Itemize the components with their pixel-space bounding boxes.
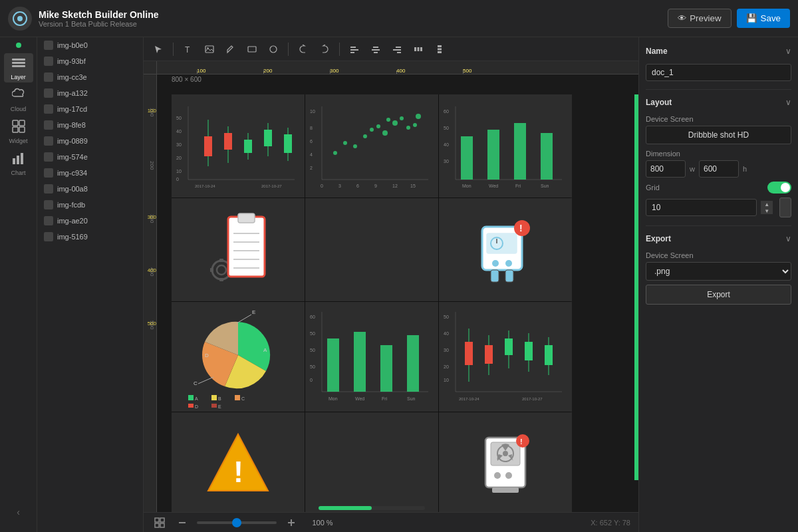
export-button[interactable]: Export [646, 285, 791, 305]
widget-label: Widget [9, 138, 27, 144]
height-input[interactable] [699, 160, 739, 178]
svg-point-67 [392, 120, 398, 126]
svg-rect-15 [248, 47, 256, 52]
canvas-cell-3-1[interactable]: E D A C A [172, 302, 305, 412]
grid-value-input[interactable] [646, 199, 757, 216]
sidebar-item-cloud[interactable]: Cloud [4, 85, 33, 114]
svg-rect-127 [188, 404, 194, 408]
layer-item-img-c934[interactable]: img-c934 [37, 165, 143, 181]
distribute-h-btn[interactable] [409, 40, 428, 59]
ellipse-tool[interactable] [264, 40, 283, 59]
svg-text:20: 20 [176, 156, 182, 160]
fit-screen-btn[interactable] [152, 515, 168, 531]
grid-color-swatch[interactable] [779, 198, 791, 217]
svg-point-60 [343, 141, 347, 145]
toolbar-divider [173, 43, 174, 56]
canvas-cell-2-2[interactable] [305, 198, 438, 301]
svg-point-71 [416, 114, 421, 119]
chart-bar-weekly-2: 60 50 50 50 0 [309, 305, 435, 408]
align-left-btn[interactable] [345, 40, 364, 59]
coordinates: X: 652 Y: 78 [591, 519, 630, 527]
layer-item-img-93bf[interactable]: img-93bf [37, 53, 143, 69]
chart-candlestick-2: 50 40 30 20 10 [442, 305, 569, 408]
canvas-wrapper[interactable]: 100 200 300 400 500 100 200 300 400 500 … [144, 61, 638, 512]
svg-text:Sun: Sun [407, 396, 416, 401]
distribute-v-btn[interactable] [430, 40, 449, 59]
canvas-cell-1-2[interactable]: 10 8 6 4 2 [305, 94, 438, 198]
align-right-btn[interactable] [388, 40, 406, 59]
sidebar-collapse-btn[interactable]: ‹ [4, 497, 33, 527]
svg-point-62 [363, 134, 367, 138]
layer-item-img-0889[interactable]: img-0889 [37, 133, 143, 149]
toolbar-divider-2 [288, 43, 289, 56]
canvas-cell-4-2[interactable] [305, 412, 438, 512]
svg-text:10: 10 [310, 109, 315, 114]
sidebar-item-chart[interactable]: Chart [4, 149, 33, 178]
canvas-cell-3-3[interactable]: 50 40 30 20 10 [439, 302, 572, 412]
export-section: Export ∨ Device Screen .png .jpg .svg .p… [646, 231, 791, 305]
export-format-select[interactable]: .png .jpg .svg .pdf [646, 262, 791, 281]
svg-point-111 [492, 260, 499, 267]
name-chevron-icon[interactable]: ∨ [785, 47, 791, 56]
zoom-out-btn[interactable] [174, 515, 190, 531]
layer-panel: img-b0e0img-93bfimg-cc3eimg-a132img-17cd… [37, 37, 144, 532]
export-chevron-icon[interactable]: ∨ [785, 234, 791, 243]
layer-item-img-00a8[interactable]: img-00a8 [37, 181, 143, 197]
name-section-title: Name [646, 47, 668, 56]
canvas-cell-3-2[interactable]: 60 50 50 50 0 [305, 302, 438, 412]
layer-item-img-17cd[interactable]: img-17cd [37, 101, 143, 117]
svg-rect-25 [397, 52, 401, 53]
svg-rect-138 [327, 338, 339, 392]
redo-btn[interactable] [315, 40, 334, 59]
layer-item-img-ae20[interactable]: img-ae20 [37, 213, 143, 229]
svg-text:12: 12 [392, 184, 398, 188]
rect-tool[interactable] [243, 40, 261, 59]
layer-item-img-b0e0[interactable]: img-b0e0 [37, 37, 143, 53]
select-tool[interactable] [149, 40, 168, 59]
svg-rect-141 [407, 335, 419, 392]
pen-tool[interactable] [221, 40, 240, 59]
zoom-in-btn[interactable] [283, 515, 299, 531]
stepper-down[interactable]: ▼ [761, 207, 773, 214]
sidebar-item-layer[interactable]: Layer [4, 53, 33, 82]
zoom-slider-thumb[interactable] [232, 518, 241, 527]
align-center-btn[interactable] [366, 40, 385, 59]
text-tool[interactable]: T [179, 40, 198, 59]
canvas-cell-2-3[interactable]: ! [439, 198, 572, 301]
name-input[interactable] [646, 64, 791, 81]
svg-rect-8 [19, 127, 25, 132]
svg-rect-162 [545, 345, 553, 365]
undo-btn[interactable] [294, 40, 313, 59]
svg-rect-158 [505, 338, 513, 355]
layer-item-img-fcdb[interactable]: img-fcdb [37, 197, 143, 213]
grid-toggle[interactable] [767, 182, 791, 194]
ruler-vertical: 100 200 300 400 500 100 300 400 500 [144, 74, 157, 512]
sidebar-item-widget[interactable]: Widget [4, 117, 33, 146]
canvas-content[interactable]: 800 × 600 50 [157, 74, 638, 512]
zoom-slider[interactable] [197, 521, 277, 524]
canvas-cell-4-3[interactable]: ! [439, 412, 572, 512]
layer-item-img-cc3e[interactable]: img-cc3e [37, 69, 143, 85]
canvas-cell-1-3[interactable]: 60 50 40 30 [439, 94, 572, 198]
layout-chevron-icon[interactable]: ∨ [785, 98, 791, 107]
width-input[interactable] [646, 160, 686, 178]
canvas-cell-1-1[interactable]: 50 40 30 20 10 0 [172, 94, 305, 198]
save-button[interactable]: 💾 Save [737, 9, 790, 28]
doc-size-label: 800 × 600 [172, 76, 201, 83]
preview-button[interactable]: 👁 Preview [668, 9, 731, 28]
svg-rect-27 [418, 47, 420, 51]
image-tool[interactable] [200, 40, 219, 59]
export-section-header: Export ∨ [646, 231, 791, 246]
stepper-up[interactable]: ▲ [761, 201, 773, 207]
grid-stepper[interactable]: ▲ ▼ [761, 201, 773, 214]
layer-item-img-a132[interactable]: img-a132 [37, 85, 143, 101]
layer-item-img-5169[interactable]: img-5169 [37, 229, 143, 245]
layer-item-img-574e[interactable]: img-574e [37, 149, 143, 165]
svg-text:C: C [241, 396, 245, 401]
svg-text:!: ! [233, 455, 243, 489]
canvas-cell-4-1[interactable]: ! [172, 412, 305, 512]
canvas-cell-2-1[interactable] [172, 198, 305, 301]
device-btn[interactable]: Dribbble shot HD [646, 126, 791, 144]
svg-rect-113 [491, 270, 499, 282]
layer-item-img-8fe8[interactable]: img-8fe8 [37, 117, 143, 133]
